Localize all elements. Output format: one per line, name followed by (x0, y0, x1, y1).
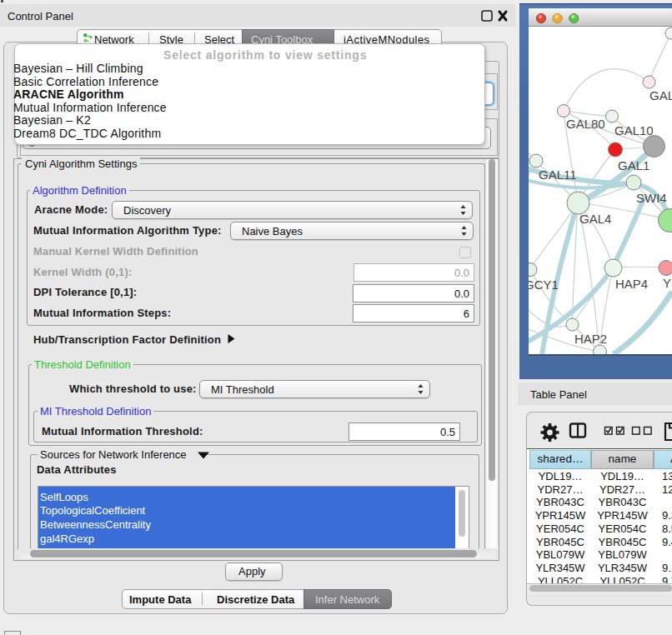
svg-text:GAL80: GAL80 (566, 117, 605, 131)
svg-text:HAP2: HAP2 (574, 332, 607, 346)
svg-text:GAL1: GAL1 (618, 158, 649, 172)
svg-text:SWI4: SWI4 (636, 191, 667, 205)
svg-text:GAL4: GAL4 (579, 212, 611, 226)
svg-text:GAL10: GAL10 (614, 123, 654, 138)
svg-text:GCY1: GCY1 (529, 278, 559, 292)
svg-text:HAP4: HAP4 (615, 277, 648, 291)
svg-text:GAL11: GAL11 (539, 168, 577, 182)
svg-text:YEL: YEL (663, 276, 672, 290)
svg-text:GAL7: GAL7 (649, 88, 672, 102)
